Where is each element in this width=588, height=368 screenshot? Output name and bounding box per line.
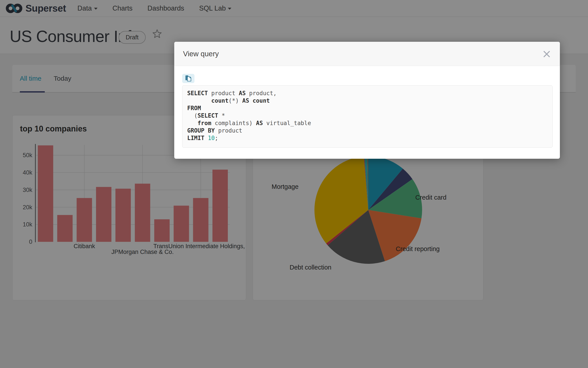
modal-header: View query xyxy=(174,42,560,66)
close-icon[interactable] xyxy=(542,50,551,58)
modal-title: View query xyxy=(183,50,219,58)
copy-to-clipboard-icon xyxy=(185,75,192,82)
sql-code: SELECT product AS product, count(*) AS c… xyxy=(187,90,548,142)
modal-body: SELECT product AS product, count(*) AS c… xyxy=(174,66,560,159)
sql-code-block[interactable]: SELECT product AS product, count(*) AS c… xyxy=(182,85,553,148)
copy-query-button[interactable] xyxy=(182,74,194,83)
view-query-modal: View query SELECT product AS product, co… xyxy=(174,42,560,159)
